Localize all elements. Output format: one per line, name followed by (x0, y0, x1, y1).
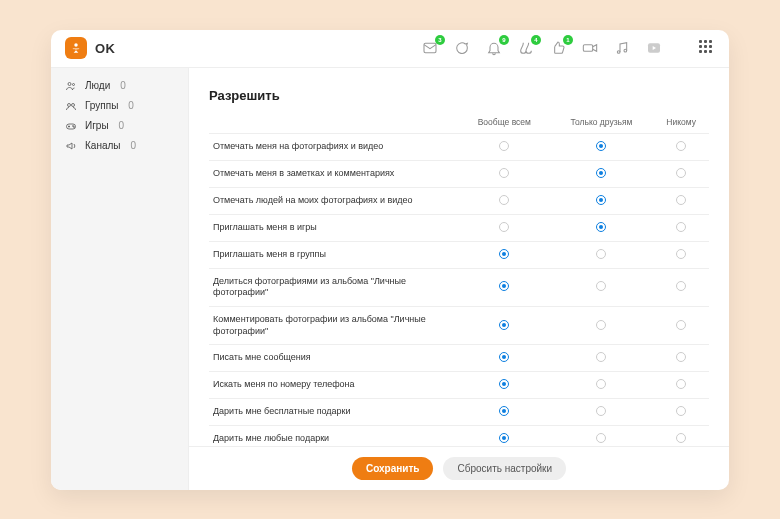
radio-option[interactable] (596, 320, 606, 330)
sidebar-item-count: 0 (131, 140, 137, 151)
table-row: Отмечать меня в заметках и комментариях (209, 160, 709, 187)
header-icons: 3 9 4 1 (421, 39, 663, 57)
radio-option[interactable] (676, 406, 686, 416)
radio-option[interactable] (499, 433, 509, 443)
table-row: Искать меня по номеру телефона (209, 372, 709, 399)
save-button[interactable]: Сохранить (352, 457, 434, 480)
table-row: Делиться фотографиями из альбома "Личные… (209, 268, 709, 306)
row-label: Отмечать меня в заметках и комментариях (209, 160, 459, 187)
radio-option[interactable] (596, 141, 606, 151)
people-icon (65, 80, 77, 92)
app-window: OK 3 9 4 1 (51, 30, 729, 490)
column-header: Только друзьям (550, 111, 654, 134)
video-icon[interactable] (581, 39, 599, 57)
messages-icon[interactable]: 3 (421, 39, 439, 57)
radio-option[interactable] (499, 249, 509, 259)
radio-option[interactable] (676, 433, 686, 443)
radio-option[interactable] (499, 222, 509, 232)
radio-option[interactable] (676, 168, 686, 178)
row-label: Дарить мне бесплатные подарки (209, 399, 459, 426)
row-label: Отмечать людей на моих фотографиях и вид… (209, 187, 459, 214)
radio-option[interactable] (676, 281, 686, 291)
radio-option[interactable] (676, 379, 686, 389)
row-label: Искать меня по номеру телефона (209, 372, 459, 399)
sidebar-item-label: Каналы (85, 140, 121, 151)
radio-option[interactable] (596, 195, 606, 205)
radio-option[interactable] (499, 281, 509, 291)
radio-option[interactable] (499, 406, 509, 416)
music-icon[interactable] (613, 39, 631, 57)
radio-option[interactable] (499, 195, 509, 205)
radio-option[interactable] (499, 379, 509, 389)
media-icon[interactable] (645, 39, 663, 57)
main-scroll[interactable]: Разрешить Вообще всем Только друзьям Ник… (189, 68, 729, 446)
svg-point-6 (68, 82, 71, 85)
bell-icon[interactable]: 9 (485, 39, 503, 57)
logo-icon[interactable] (65, 37, 87, 59)
table-row: Отмечать меня на фотографиях и видео (209, 133, 709, 160)
sidebar-item-groups[interactable]: Группы 0 (51, 96, 188, 116)
column-header: Никому (653, 111, 709, 134)
main: Разрешить Вообще всем Только друзьям Ник… (189, 68, 729, 490)
apps-grid-icon[interactable] (699, 40, 715, 56)
row-label: Комментировать фотографии из альбома "Ли… (209, 306, 459, 344)
radio-option[interactable] (596, 406, 606, 416)
svg-point-7 (73, 83, 75, 85)
row-label: Делиться фотографиями из альбома "Личные… (209, 268, 459, 306)
svg-point-8 (68, 103, 71, 106)
radio-option[interactable] (499, 141, 509, 151)
svg-point-4 (624, 49, 627, 52)
sidebar-item-people[interactable]: Люди 0 (51, 76, 188, 96)
sidebar-item-count: 0 (120, 80, 126, 91)
row-label: Приглашать меня в группы (209, 241, 459, 268)
radio-option[interactable] (676, 352, 686, 362)
radio-option[interactable] (676, 249, 686, 259)
table-row: Приглашать меня в игры (209, 214, 709, 241)
sidebar: Люди 0 Группы 0 Игры 0 Каналы 0 (51, 68, 189, 490)
sidebar-item-label: Игры (85, 120, 109, 131)
radio-option[interactable] (676, 195, 686, 205)
section-allow-title: Разрешить (209, 88, 709, 103)
sidebar-item-label: Люди (85, 80, 110, 91)
svg-point-9 (72, 103, 75, 106)
brand-name: OK (95, 41, 116, 56)
radio-option[interactable] (676, 320, 686, 330)
row-label: Дарить мне любые подарки (209, 426, 459, 446)
radio-option[interactable] (499, 352, 509, 362)
permissions-table: Вообще всем Только друзьям Никому Отмеча… (209, 111, 709, 446)
radio-option[interactable] (676, 141, 686, 151)
moments-icon[interactable]: 4 (517, 39, 535, 57)
footer-bar: Сохранить Сбросить настройки (189, 446, 729, 490)
radio-option[interactable] (596, 249, 606, 259)
radio-option[interactable] (499, 320, 509, 330)
channels-icon (65, 140, 77, 152)
table-row: Комментировать фотографии из альбома "Ли… (209, 306, 709, 344)
svg-point-12 (74, 126, 75, 127)
table-row: Приглашать меня в группы (209, 241, 709, 268)
games-icon (65, 120, 77, 132)
svg-rect-1 (424, 43, 436, 52)
radio-option[interactable] (596, 281, 606, 291)
sidebar-item-channels[interactable]: Каналы 0 (51, 136, 188, 156)
svg-point-11 (73, 125, 74, 126)
like-icon[interactable]: 1 (549, 39, 567, 57)
row-label: Отмечать меня на фотографиях и видео (209, 133, 459, 160)
sidebar-item-games[interactable]: Игры 0 (51, 116, 188, 136)
column-header: Вообще всем (459, 111, 550, 134)
radio-option[interactable] (596, 352, 606, 362)
discussions-icon[interactable] (453, 39, 471, 57)
sidebar-item-count: 0 (119, 120, 125, 131)
radio-option[interactable] (499, 168, 509, 178)
radio-option[interactable] (676, 222, 686, 232)
messages-badge: 3 (435, 35, 445, 45)
bell-badge: 9 (499, 35, 509, 45)
radio-option[interactable] (596, 168, 606, 178)
groups-icon (65, 100, 77, 112)
radio-option[interactable] (596, 222, 606, 232)
sidebar-item-label: Группы (85, 100, 118, 111)
reset-button[interactable]: Сбросить настройки (443, 457, 566, 480)
radio-option[interactable] (596, 379, 606, 389)
header: OK 3 9 4 1 (51, 30, 729, 68)
radio-option[interactable] (596, 433, 606, 443)
like-badge: 1 (563, 35, 573, 45)
